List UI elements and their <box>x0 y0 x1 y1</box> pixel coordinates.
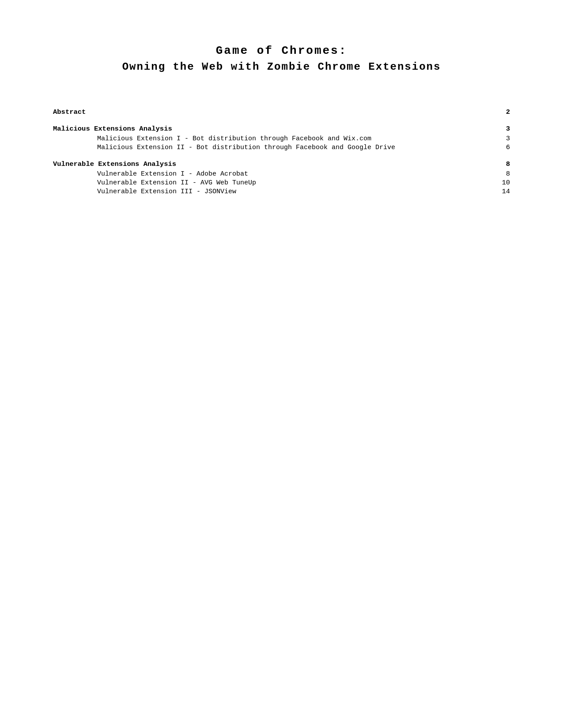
title-section: Game of Chromes: Owning the Web with Zom… <box>53 44 510 73</box>
toc-item: Malicious Extension I - Bot distribution… <box>53 135 510 143</box>
toc-item-page: 3 <box>501 135 510 143</box>
toc-item-label: Vulnerable Extension II - AVG Web TuneUp <box>97 179 492 187</box>
toc-item-label: Vulnerable Extension III - JSONView <box>97 188 492 195</box>
toc-item: Malicious Extensions Analysis3 <box>53 125 510 133</box>
table-of-contents: Abstract2Malicious Extensions Analysis3M… <box>53 108 510 195</box>
page: Game of Chromes: Owning the Web with Zom… <box>0 0 563 728</box>
toc-item: Vulnerable Extension II - AVG Web TuneUp… <box>53 179 510 187</box>
toc-item: Abstract2 <box>53 108 510 116</box>
toc-item-page: 6 <box>501 143 510 151</box>
toc-item-page: 8 <box>501 170 510 178</box>
toc-item: Vulnerable Extensions Analysis8 <box>53 160 510 168</box>
sub-title: Owning the Web with Zombie Chrome Extens… <box>53 61 510 73</box>
toc-item-label: Malicious Extension I - Bot distribution… <box>97 135 492 143</box>
main-title: Game of Chromes: <box>53 44 510 57</box>
toc-item: Malicious Extension II - Bot distributio… <box>53 143 510 151</box>
toc-item-label: Malicious Extension II - Bot distributio… <box>97 144 492 151</box>
toc-item-label: Vulnerable Extensions Analysis <box>53 160 492 168</box>
toc-item-label: Abstract <box>53 108 492 116</box>
toc-item-label: Malicious Extensions Analysis <box>53 125 492 133</box>
toc-item-label: Vulnerable Extension I - Adobe Acrobat <box>97 170 492 178</box>
toc-item-page: 14 <box>501 188 510 195</box>
toc-item-page: 8 <box>501 160 510 168</box>
toc-item: Vulnerable Extension I - Adobe Acrobat8 <box>53 170 510 178</box>
toc-item: Vulnerable Extension III - JSONView14 <box>53 188 510 195</box>
toc-item-page: 3 <box>501 125 510 133</box>
toc-item-page: 10 <box>501 179 510 187</box>
toc-item-page: 2 <box>501 108 510 116</box>
